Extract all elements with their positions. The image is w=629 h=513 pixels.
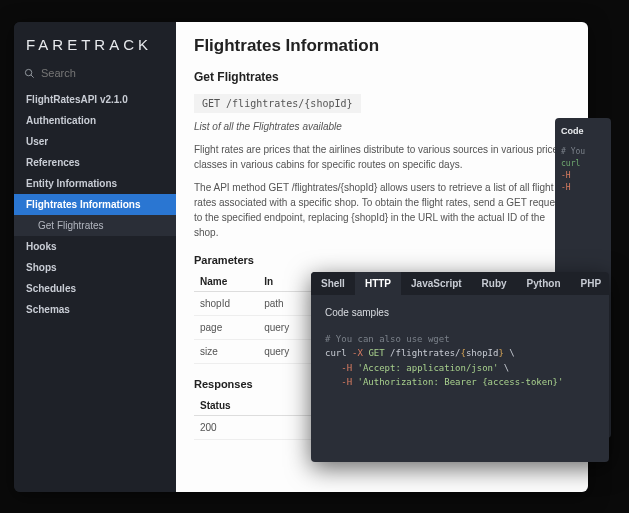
back-panel-flag1: -H xyxy=(561,170,605,182)
tab-http[interactable]: HTTP xyxy=(355,272,401,295)
code-popup: Shell HTTP JavaScript Ruby Python PHP Ja… xyxy=(311,272,609,462)
search-icon xyxy=(24,68,35,79)
tab-python[interactable]: Python xyxy=(517,272,571,295)
nav-hooks[interactable]: Hooks xyxy=(14,236,176,257)
code-samples-title: Code samples xyxy=(325,307,595,318)
params-th-in: In xyxy=(258,272,315,292)
back-panel-title: Code xyxy=(561,126,605,136)
code-line-2: -H 'Accept: application/json' \ xyxy=(325,361,595,375)
nav-flightrates-informations[interactable]: Flightrates Informations xyxy=(14,194,176,215)
sidebar: FARETRACK FlightRatesAPI v2.1.0 Authenti… xyxy=(14,22,176,492)
nav-authentication[interactable]: Authentication xyxy=(14,110,176,131)
tab-javascript[interactable]: JavaScript xyxy=(401,272,472,295)
endpoint-desc: List of all the Flightrates available xyxy=(194,121,570,132)
code-block: # You can also use wget curl -X GET /fli… xyxy=(325,332,595,390)
code-line-1: curl -X GET /flightrates/{shopId} \ xyxy=(325,346,595,360)
code-line-3: -H 'Authorization: Bearer {access-token}… xyxy=(325,375,595,389)
nav-flightratesapi[interactable]: FlightRatesAPI v2.1.0 xyxy=(14,89,176,110)
nav-schemas[interactable]: Schemas xyxy=(14,299,176,320)
code-comment: # You can also use wget xyxy=(325,332,595,346)
nav-entity-informations[interactable]: Entity Informations xyxy=(14,173,176,194)
popup-body: Code samples # You can also use wget cur… xyxy=(311,295,609,402)
tab-shell[interactable]: Shell xyxy=(311,272,355,295)
page-title: Flightrates Information xyxy=(194,36,570,56)
tab-php[interactable]: PHP xyxy=(571,272,610,295)
nav-shops[interactable]: Shops xyxy=(14,257,176,278)
back-panel-curl: curl xyxy=(561,158,605,170)
paragraph-1: Flight rates are prices that the airline… xyxy=(194,142,570,172)
search-input[interactable] xyxy=(41,67,166,79)
tab-ruby[interactable]: Ruby xyxy=(472,272,517,295)
svg-line-1 xyxy=(31,74,34,77)
nav-schedules[interactable]: Schedules xyxy=(14,278,176,299)
nav-user[interactable]: User xyxy=(14,131,176,152)
svg-point-0 xyxy=(25,69,31,75)
nav: FlightRatesAPI v2.1.0 Authentication Use… xyxy=(14,89,176,320)
parameters-heading: Parameters xyxy=(194,254,570,266)
back-panel-flag2: -H xyxy=(561,182,605,194)
search-box[interactable] xyxy=(24,67,166,79)
nav-references[interactable]: References xyxy=(14,152,176,173)
paragraph-2: The API method GET /flightrates/{shopId}… xyxy=(194,180,570,240)
endpoint-code: GET /flightrates/{shopId} xyxy=(194,94,361,113)
logo: FARETRACK xyxy=(14,22,176,63)
nav-sub-get-flightrates[interactable]: Get Flightrates xyxy=(14,215,176,236)
back-panel-comment: # You xyxy=(561,146,605,158)
code-tabs: Shell HTTP JavaScript Ruby Python PHP Ja… xyxy=(311,272,609,295)
params-th-name: Name xyxy=(194,272,258,292)
section-title: Get Flightrates xyxy=(194,70,570,84)
